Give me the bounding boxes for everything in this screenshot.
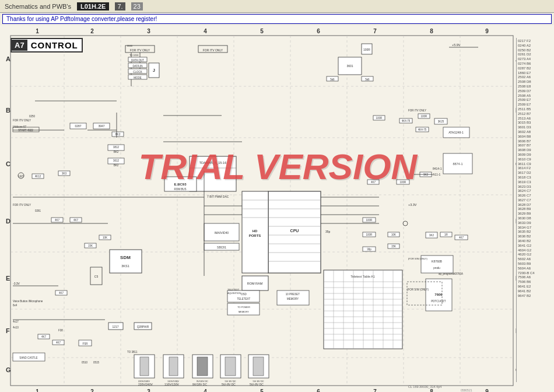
svg-text:HD: HD bbox=[253, 229, 258, 233]
right-panel-item: 3629 B9 bbox=[518, 212, 553, 216]
right-panel-item: 0250 B2 bbox=[518, 48, 553, 53]
svg-text:8874-1: 8874-1 bbox=[453, 162, 462, 166]
svg-text:PORTS: PORTS bbox=[249, 234, 261, 237]
svg-text:MODE: MODE bbox=[134, 76, 142, 79]
svg-text:7: 7 bbox=[373, 28, 377, 34]
svg-text:5k6: 5k6 bbox=[330, 78, 335, 81]
svg-text:4: 4 bbox=[204, 28, 207, 34]
svg-text:AQUISITION: AQUISITION bbox=[227, 292, 241, 295]
right-panel-item: 3641 G2 bbox=[518, 244, 553, 249]
svg-text:0515: 0515 bbox=[93, 361, 100, 364]
right-panel-item: 0217 F2 bbox=[518, 39, 553, 44]
right-panel-item: 5603 B9 bbox=[518, 262, 553, 267]
svg-text:TO POWER: TO POWER bbox=[237, 306, 250, 309]
right-panel-item: 2513 A6 bbox=[518, 117, 553, 121]
svg-text:K8760A: K8760A bbox=[454, 272, 463, 275]
right-panel-item: 0287 B2 bbox=[518, 66, 553, 71]
svg-text:MEMORY: MEMORY bbox=[239, 310, 249, 313]
right-panel-item: 2508 D8 bbox=[518, 80, 553, 85]
svg-text:FSR: FSR bbox=[83, 342, 89, 345]
svg-text:2: 2 bbox=[90, 28, 94, 34]
svg-text:7: 7 bbox=[373, 388, 377, 392]
svg-text:8K2: 8K2 bbox=[115, 132, 121, 136]
svg-text:TELETEXT: TELETEXT bbox=[227, 288, 240, 291]
svg-text:SBC81: SBC81 bbox=[217, 246, 226, 249]
svg-text:6: 6 bbox=[317, 28, 320, 34]
svg-text:4K7: 4K7 bbox=[41, 335, 47, 338]
svg-text:5: 5 bbox=[260, 28, 264, 34]
svg-text:0287: 0287 bbox=[75, 124, 81, 128]
svg-text:4K7: 4K7 bbox=[55, 219, 60, 222]
svg-text:6: 6 bbox=[317, 388, 320, 392]
right-panel-item: 2502 A6 bbox=[518, 75, 553, 80]
right-panel-item: 2508 A5 bbox=[518, 94, 553, 99]
svg-text:D: D bbox=[6, 218, 10, 225]
svg-text:C5: C5 bbox=[94, 275, 99, 278]
svg-text:6x4: 6x4 bbox=[13, 304, 17, 307]
svg-text:4K4-75: 4K4-75 bbox=[402, 120, 411, 123]
svg-text:START 4922: START 4922 bbox=[18, 129, 33, 132]
svg-text:F38: F38 bbox=[58, 329, 63, 332]
svg-text:3K25: 3K25 bbox=[438, 120, 444, 123]
svg-text:3601: 3601 bbox=[346, 64, 353, 68]
svg-text:LED: LED bbox=[18, 174, 24, 178]
svg-text:3: 3 bbox=[147, 388, 150, 392]
svg-text:IMAIVID40: IMAIVID40 bbox=[215, 231, 229, 235]
svg-text:ATAG248-1: ATAG248-1 bbox=[448, 131, 464, 134]
svg-text:10K: 10K bbox=[391, 233, 396, 236]
svg-text:CL 169.30030_314.4p4: CL 169.30030_314.4p4 bbox=[408, 385, 441, 388]
right-panel-item: 3623 D3 bbox=[518, 185, 553, 190]
svg-text:ROM BUS: ROM BUS bbox=[174, 188, 186, 191]
svg-text:SAND CASTLE: SAND CASTLE bbox=[19, 356, 37, 359]
svg-text:10K: 10K bbox=[103, 236, 107, 239]
right-panel-item: 1860 E7 bbox=[518, 71, 553, 76]
right-panel-item: 3628 D7 bbox=[518, 203, 553, 208]
svg-text:3K2: 3K2 bbox=[423, 173, 429, 176]
right-panel-item: 3611 C9 bbox=[518, 162, 553, 167]
svg-text:produ: produ bbox=[433, 267, 440, 270]
svg-text:3812: 3812 bbox=[113, 146, 120, 149]
svg-text:Q28PAIR: Q28PAIR bbox=[137, 325, 149, 328]
right-panel-item: 3636 B2 bbox=[518, 235, 553, 239]
right-panel-item: 3602 A8 bbox=[518, 130, 553, 135]
right-panel-item: 0240 A2 bbox=[518, 44, 553, 48]
svg-text:9V/18V DC: 9V/18V DC bbox=[192, 383, 207, 386]
svg-text:4K7: 4K7 bbox=[371, 181, 376, 184]
right-panel-item: 3610 C9 bbox=[518, 158, 553, 162]
svg-text:MEMORY: MEMORY bbox=[287, 298, 299, 300]
svg-text:OSD: OSD bbox=[241, 293, 247, 296]
svg-text:3612: 3612 bbox=[113, 159, 120, 162]
right-panel-item: 3608 D9 bbox=[518, 148, 553, 153]
svg-text:FOR ITV ONLY: FOR ITV ONLY bbox=[408, 109, 426, 112]
svg-text:CLOCK: CLOCK bbox=[133, 71, 142, 74]
right-panel-item: 3634 G7 bbox=[518, 226, 553, 230]
svg-text:7 BIT PWM DAC: 7 BIT PWM DAC bbox=[207, 195, 229, 198]
svg-text:100R: 100R bbox=[366, 219, 373, 222]
svg-text:CPU: CPU bbox=[290, 229, 299, 233]
svg-text:C: C bbox=[6, 160, 10, 167]
svg-text:ROM RAM: ROM RAM bbox=[247, 282, 263, 285]
svg-text:0250: 0250 bbox=[29, 115, 36, 118]
svg-text:TO 3811: TO 3811 bbox=[127, 351, 138, 354]
right-panel-item: 3617 D2 bbox=[518, 171, 553, 176]
svg-text:1: 1 bbox=[36, 28, 39, 34]
svg-text:4K12: 4K12 bbox=[35, 175, 41, 178]
right-panel-item: 9641 E2 bbox=[518, 285, 553, 289]
right-panel-item: 3604 B8 bbox=[518, 135, 553, 139]
right-panel-item: 3619 C3 bbox=[518, 180, 553, 185]
svg-text:FOR ITV ONLY: FOR ITV ONLY bbox=[203, 48, 223, 52]
svg-text:3KS1: 3KS1 bbox=[121, 264, 129, 268]
header-page: 7. bbox=[115, 2, 125, 10]
svg-rect-173 bbox=[197, 357, 208, 376]
svg-text:4x13: 4x13 bbox=[13, 326, 19, 329]
svg-text:E.BC93: E.BC93 bbox=[174, 183, 187, 186]
svg-text:100R: 100R bbox=[421, 115, 428, 118]
svg-text:0510: 0510 bbox=[82, 361, 88, 364]
svg-text:E: E bbox=[6, 275, 10, 282]
header-label: Schematics and PWB's bbox=[5, 3, 71, 10]
right-panel-item: 7506 A6 bbox=[518, 275, 553, 280]
svg-text:0580521: 0580521 bbox=[461, 388, 472, 392]
svg-text:1217: 1217 bbox=[112, 325, 118, 328]
right-panel-item: 7506 B6 bbox=[518, 280, 553, 285]
svg-text:Teletext Table A1: Teletext Table A1 bbox=[350, 275, 374, 278]
